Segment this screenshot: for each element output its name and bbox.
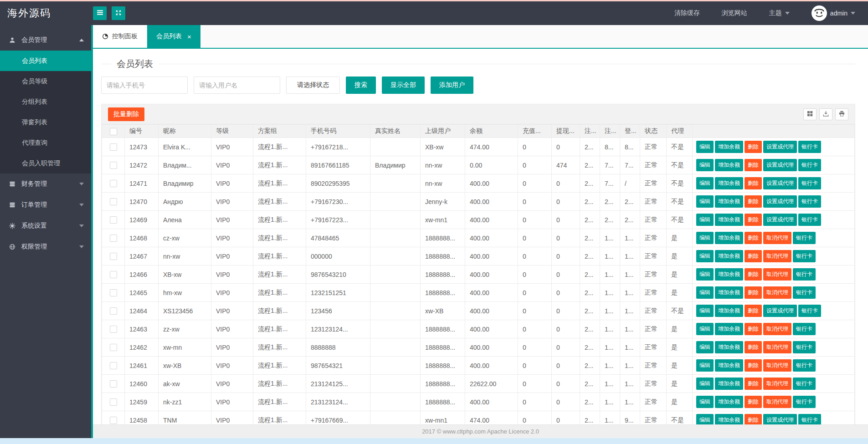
row-checkbox[interactable]: [110, 398, 117, 406]
edit-button[interactable]: 编辑: [696, 396, 714, 408]
add-balance-button[interactable]: 增加余额: [715, 268, 743, 281]
row-checkbox[interactable]: [110, 362, 117, 369]
clear-cache-link[interactable]: 清除缓存: [674, 9, 700, 17]
row-checkbox[interactable]: [110, 289, 117, 296]
row-checkbox[interactable]: [110, 344, 117, 351]
sidebar-item-system-settings[interactable]: 系统设置: [0, 215, 91, 236]
add-balance-button[interactable]: 增加余额: [715, 250, 743, 262]
sidebar-item-order-management[interactable]: 订单管理: [0, 194, 91, 215]
status-select[interactable]: 请选择状态: [286, 77, 340, 94]
cancel-agent-button[interactable]: 取消代理: [763, 341, 791, 353]
delete-button[interactable]: 删除: [745, 195, 762, 208]
add-balance-button[interactable]: 增加余额: [715, 232, 743, 244]
edit-button[interactable]: 编辑: [696, 378, 714, 390]
bank-card-button[interactable]: 银行卡: [798, 305, 821, 317]
bank-card-button[interactable]: 银行卡: [798, 195, 821, 208]
cancel-agent-button[interactable]: 取消代理: [763, 359, 791, 372]
bank-card-button[interactable]: 银行卡: [798, 141, 821, 153]
cancel-agent-button[interactable]: 取消代理: [763, 286, 791, 299]
add-balance-button[interactable]: 增加余额: [715, 305, 743, 317]
edit-button[interactable]: 编辑: [696, 305, 714, 317]
select-all-checkbox[interactable]: [110, 128, 117, 135]
row-checkbox[interactable]: [110, 326, 117, 333]
sidebar-subitem-popup-list[interactable]: 弹窗列表: [0, 112, 91, 133]
cancel-agent-button[interactable]: 取消代理: [763, 396, 791, 408]
delete-button[interactable]: 删除: [745, 250, 762, 262]
sidebar-subitem-group-list[interactable]: 分组列表: [0, 92, 91, 112]
close-icon[interactable]: ×: [187, 33, 191, 40]
add-balance-button[interactable]: 增加余额: [715, 159, 743, 171]
tab-console[interactable]: 控制面板: [93, 25, 147, 48]
set-agent-button[interactable]: 设置成代理: [763, 159, 797, 171]
bank-card-button[interactable]: 银行卡: [793, 286, 816, 299]
delete-button[interactable]: 删除: [745, 268, 762, 281]
bank-card-button[interactable]: 银行卡: [793, 396, 816, 408]
add-balance-button[interactable]: 增加余额: [715, 378, 743, 390]
add-balance-button[interactable]: 增加余额: [715, 414, 743, 424]
bank-card-button[interactable]: 银行卡: [793, 341, 816, 353]
grid-button[interactable]: [803, 108, 817, 120]
sidebar-subitem-agent-query[interactable]: 代理查询: [0, 133, 91, 153]
edit-button[interactable]: 编辑: [696, 286, 714, 299]
set-agent-button[interactable]: 设置成代理: [763, 177, 797, 189]
row-checkbox[interactable]: [110, 380, 117, 388]
row-checkbox[interactable]: [110, 253, 117, 260]
cancel-agent-button[interactable]: 取消代理: [763, 378, 791, 390]
delete-button[interactable]: 删除: [745, 214, 762, 226]
cancel-agent-button[interactable]: 取消代理: [763, 268, 791, 281]
row-checkbox[interactable]: [110, 180, 117, 187]
cancel-agent-button[interactable]: 取消代理: [763, 232, 791, 244]
add-balance-button[interactable]: 增加余额: [715, 323, 743, 335]
delete-button[interactable]: 删除: [745, 378, 762, 390]
set-agent-button[interactable]: 设置成代理: [763, 141, 797, 153]
theme-dropdown[interactable]: 主题: [769, 9, 790, 17]
tab-member-list[interactable]: 会员列表×: [147, 25, 200, 48]
delete-button[interactable]: 删除: [745, 414, 762, 424]
edit-button[interactable]: 编辑: [696, 323, 714, 335]
bank-card-button[interactable]: 银行卡: [793, 359, 816, 372]
browse-site-link[interactable]: 浏览网站: [722, 9, 747, 17]
delete-button[interactable]: 删除: [745, 159, 762, 171]
row-checkbox[interactable]: [110, 216, 117, 224]
bank-card-button[interactable]: 银行卡: [798, 414, 821, 424]
export-button[interactable]: [819, 108, 832, 120]
row-checkbox[interactable]: [110, 417, 117, 424]
delete-button[interactable]: 删除: [745, 177, 762, 189]
add-balance-button[interactable]: 增加余额: [715, 359, 743, 372]
sidebar-toggle-button[interactable]: [93, 6, 107, 20]
edit-button[interactable]: 编辑: [696, 250, 714, 262]
set-agent-button[interactable]: 设置成代理: [763, 305, 797, 317]
edit-button[interactable]: 编辑: [696, 414, 714, 424]
add-user-button[interactable]: 添加用户: [431, 77, 473, 94]
bank-card-button[interactable]: 银行卡: [798, 214, 821, 226]
row-checkbox[interactable]: [110, 271, 117, 278]
username-input[interactable]: [194, 77, 280, 94]
delete-button[interactable]: 删除: [745, 323, 762, 335]
add-balance-button[interactable]: 增加余额: [715, 396, 743, 408]
edit-button[interactable]: 编辑: [696, 268, 714, 281]
row-checkbox[interactable]: [110, 307, 117, 315]
bank-card-button[interactable]: 银行卡: [793, 378, 816, 390]
bank-card-button[interactable]: 银行卡: [798, 177, 821, 189]
edit-button[interactable]: 编辑: [696, 177, 714, 189]
sidebar-subitem-member-level[interactable]: 会员等级: [0, 71, 91, 92]
row-checkbox[interactable]: [110, 143, 117, 151]
delete-button[interactable]: 删除: [745, 359, 762, 372]
edit-button[interactable]: 编辑: [696, 232, 714, 244]
cancel-agent-button[interactable]: 取消代理: [763, 250, 791, 262]
user-menu[interactable]: admin: [812, 5, 855, 21]
bank-card-button[interactable]: 银行卡: [793, 232, 816, 244]
bank-card-button[interactable]: 银行卡: [793, 268, 816, 281]
bank-card-button[interactable]: 银行卡: [798, 159, 821, 171]
bank-card-button[interactable]: 银行卡: [793, 250, 816, 262]
search-button[interactable]: 搜索: [346, 77, 376, 94]
add-balance-button[interactable]: 增加余额: [715, 141, 743, 153]
set-agent-button[interactable]: 设置成代理: [763, 195, 797, 208]
sidebar-subitem-member-list[interactable]: 会员列表: [0, 51, 91, 71]
edit-button[interactable]: 编辑: [696, 141, 714, 153]
row-checkbox[interactable]: [110, 235, 117, 242]
add-balance-button[interactable]: 增加余额: [715, 177, 743, 189]
delete-button[interactable]: 删除: [745, 396, 762, 408]
add-balance-button[interactable]: 增加余额: [715, 214, 743, 226]
print-button[interactable]: [835, 108, 848, 120]
